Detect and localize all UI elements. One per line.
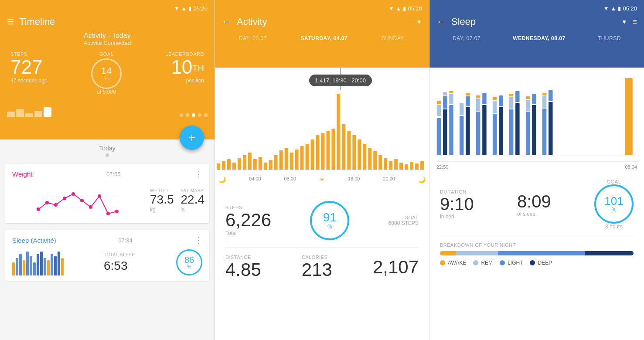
filter-icon[interactable]: ≡ [632, 17, 637, 27]
goal-label: GOAL [99, 51, 114, 57]
svg-rect-42 [373, 151, 377, 170]
sleep-main-row: DURATION 9:10 in bed 8:09 of sleep GOAL … [440, 179, 634, 230]
sleep-date-0[interactable]: DAY, 07.07 [453, 35, 480, 41]
sleep-date-1[interactable]: WEDNESDAY, 08.07 [513, 35, 565, 41]
svg-rect-38 [352, 135, 356, 170]
sleep-card-menu[interactable]: ⋮ [194, 235, 202, 245]
weight-card-time: 07:55 [106, 171, 121, 177]
activity-header: ▼ ▲ ▮ 05:20 ← Activity ▼ DAY, 03.07 SATU… [215, 0, 429, 68]
today-label: Today [99, 145, 115, 152]
svg-point-4 [54, 203, 58, 207]
dot-5[interactable] [204, 113, 208, 117]
svg-point-9 [98, 194, 101, 198]
svg-rect-63 [460, 103, 463, 115]
sleep-chart-container: 22:59 08:04 [429, 68, 644, 172]
sleep-goal-main-pct: % [612, 207, 617, 213]
sleep-card-body: TOTAL SLEEP 6:53 86 % [12, 249, 202, 275]
sleep-goal-label: GOAL [607, 179, 621, 184]
svg-rect-59 [449, 105, 453, 155]
sleep-goal-block: GOAL 101 % 8 hours [594, 179, 634, 230]
today-dot [106, 153, 109, 157]
breakdown-legend: AWAKE REM LIGHT DEEP [440, 260, 634, 266]
activity-date-0[interactable]: DAY, 03.07 [239, 35, 267, 41]
activity-today-sub: Activité Connected [7, 40, 208, 46]
activity-stats-panel: STEPS 6,226 Total 91 % GOAL 6000 STEPS D… [215, 194, 429, 340]
activity-value2107-block: 2,107 [373, 257, 419, 277]
back-button-p2[interactable]: ← [222, 16, 232, 27]
legend-dot-deep [530, 260, 535, 265]
goal-pct: % [104, 76, 109, 81]
svg-rect-45 [389, 161, 392, 170]
activity-goal-label: GOAL [404, 215, 419, 220]
svg-rect-79 [509, 94, 513, 96]
sleep-duration-sub: in bed [440, 214, 474, 220]
sleep-stats-panel1: TOTAL SLEEP 6:53 [104, 252, 169, 273]
activity-header-row: ← Activity ▼ [222, 16, 422, 27]
activity-goal-value: 91 [323, 211, 337, 224]
weight-stat-fat-value: 22.4 [181, 193, 205, 207]
svg-rect-57 [443, 96, 447, 109]
wifi-icon: ▼ [174, 5, 180, 12]
sleep-date-2[interactable]: THURSD [598, 35, 621, 41]
battery-icon-p2: ▮ [403, 5, 406, 12]
activity-today-title: Activity - Today [7, 32, 208, 40]
mini-bar-1 [7, 112, 15, 117]
svg-rect-51 [420, 161, 424, 170]
dot-2[interactable] [186, 113, 189, 117]
legend-label-rem: REM [481, 260, 493, 266]
activity-dropdown[interactable]: ▼ [416, 18, 422, 25]
svg-rect-80 [515, 103, 519, 155]
svg-point-6 [72, 192, 75, 196]
weight-card-title: Weight [12, 170, 32, 178]
sleep-goal-sub: 8 hours [605, 224, 623, 230]
breakdown-bar [440, 251, 634, 255]
svg-rect-83 [526, 100, 530, 111]
breakdown-label: BREAKDOWN OF YOUR NIGHT [440, 242, 634, 248]
svg-rect-39 [358, 139, 361, 170]
activity-date-2[interactable]: SUNDAY, [382, 35, 405, 41]
svg-point-2 [37, 207, 40, 211]
menu-button[interactable]: ☰ [7, 17, 14, 27]
svg-rect-23 [274, 155, 278, 170]
svg-rect-26 [290, 153, 293, 170]
signal-icon: ▲ [181, 5, 187, 12]
svg-rect-15 [232, 163, 236, 170]
fab-add-button[interactable]: + [180, 126, 204, 150]
svg-rect-82 [526, 112, 530, 155]
svg-rect-31 [316, 135, 320, 170]
svg-rect-24 [279, 150, 283, 170]
weight-card-menu[interactable]: ⋮ [194, 169, 202, 179]
svg-rect-66 [466, 93, 470, 95]
svg-rect-14 [227, 159, 231, 170]
sleep-dropdown[interactable]: ▼ [621, 18, 627, 25]
svg-rect-48 [405, 164, 408, 170]
mini-bar-4 [34, 111, 42, 117]
weight-card: Weight 07:55 ⋮ [5, 164, 209, 223]
svg-rect-76 [499, 95, 503, 106]
svg-rect-49 [410, 162, 413, 170]
back-button-p3[interactable]: ← [436, 16, 446, 27]
svg-rect-25 [285, 148, 288, 170]
dot-1[interactable] [180, 113, 183, 117]
leaderboard-sub: position [186, 78, 204, 84]
svg-rect-20 [259, 157, 262, 170]
svg-rect-54 [437, 105, 441, 116]
svg-point-11 [115, 210, 119, 213]
wifi-icon-p2: ▼ [388, 5, 394, 12]
svg-rect-17 [243, 155, 246, 170]
svg-rect-36 [342, 124, 345, 170]
moon-icon-end: 🌙 [418, 176, 426, 183]
svg-rect-91 [549, 90, 552, 101]
svg-rect-72 [493, 114, 497, 155]
svg-rect-85 [532, 105, 536, 155]
sleep-time-end: 08:04 [625, 164, 637, 170]
legend-deep: DEEP [530, 260, 552, 266]
svg-rect-29 [306, 144, 309, 170]
svg-rect-81 [515, 91, 519, 102]
svg-rect-58 [443, 92, 447, 95]
dot-4[interactable] [198, 113, 201, 117]
svg-rect-74 [493, 97, 497, 100]
dot-3[interactable] [192, 113, 195, 117]
svg-rect-41 [368, 148, 371, 170]
activity-date-1[interactable]: SATURDAY, 04.07 [300, 35, 348, 41]
